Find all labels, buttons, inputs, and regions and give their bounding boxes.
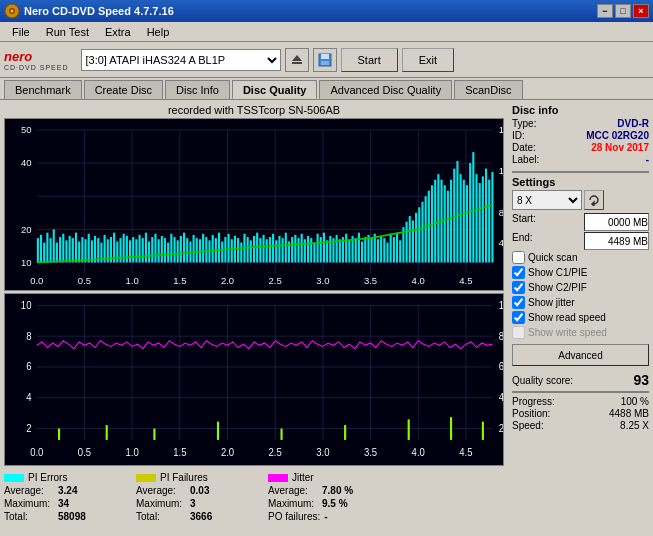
eject-button[interactable] [285,48,309,72]
tab-benchmark[interactable]: Benchmark [4,80,82,99]
svg-rect-108 [250,240,252,262]
tab-disc-quality[interactable]: Disc Quality [232,80,318,99]
svg-rect-167 [437,174,439,262]
start-button[interactable]: Start [341,48,398,72]
svg-rect-135 [336,235,338,263]
svg-rect-172 [453,169,455,263]
menu-bar: File Run Test Extra Help [0,22,653,42]
menu-extra[interactable]: Extra [97,24,139,40]
pi-failures-max-value: 3 [190,498,230,509]
pi-errors-total-label: Total: [4,511,54,522]
show-read-speed-checkbox[interactable] [512,311,525,324]
pi-errors-total: Total: 58098 [4,511,124,522]
show-jitter-checkbox[interactable] [512,296,525,309]
jitter-legend: Jitter Average: 7.80 % Maximum: 9.5 % PO… [268,472,388,536]
disc-info-label: Disc info [512,104,649,116]
save-button[interactable] [313,48,337,72]
speed-refresh-button[interactable] [584,190,604,210]
minimize-button[interactable]: − [597,4,613,18]
svg-marker-3 [292,55,302,61]
svg-rect-130 [320,237,322,262]
menu-file[interactable]: File [4,24,38,40]
quick-scan-checkbox[interactable] [512,251,525,264]
quality-score-section: Quality score: 93 [512,372,649,388]
tab-disc-info[interactable]: Disc Info [165,80,230,99]
svg-rect-220 [58,429,60,440]
svg-rect-66 [116,241,118,262]
show-c2pif-checkbox[interactable] [512,281,525,294]
svg-text:4.5: 4.5 [459,275,472,286]
svg-rect-223 [217,422,219,440]
end-mb-input[interactable] [584,232,649,250]
svg-rect-41 [37,238,39,262]
pi-failures-total: Total: 3666 [136,511,256,522]
speed-info-row: Speed: 8.25 X [512,420,649,431]
menu-run-test[interactable]: Run Test [38,24,97,40]
svg-rect-222 [153,429,155,440]
start-mb-row: Start: [512,213,649,231]
svg-rect-228 [482,422,484,440]
svg-text:3.0: 3.0 [316,447,330,458]
pi-failures-total-label: Total: [136,511,186,522]
svg-rect-180 [479,183,481,262]
svg-rect-118 [282,238,284,262]
svg-rect-90 [193,235,195,263]
svg-rect-82 [167,243,169,263]
svg-text:12: 12 [499,165,503,176]
pi-failures-legend: PI Failures Average: 0.03 Maximum: 3 Tot… [136,472,256,536]
pi-errors-max-label: Maximum: [4,498,54,509]
tab-create-disc[interactable]: Create Disc [84,80,163,99]
svg-rect-6 [321,54,329,59]
svg-rect-94 [205,237,207,262]
drive-selector[interactable]: [3:0] ATAPI iHAS324 A BL1P [81,49,281,71]
svg-rect-153 [393,237,395,262]
svg-rect-136 [339,239,341,262]
quick-scan-label: Quick scan [528,252,577,263]
pi-failures-avg: Average: 0.03 [136,485,256,496]
exit-button[interactable]: Exit [402,48,454,72]
svg-rect-96 [212,235,214,263]
disc-label-value: - [646,154,649,165]
svg-text:20: 20 [21,223,32,234]
menu-help[interactable]: Help [139,24,178,40]
quick-scan-row: Quick scan [512,251,649,264]
chart-top: 50 40 20 10 16 12 8 4 0.0 0.5 1.0 1.5 2.… [4,118,504,291]
start-mb-input[interactable] [584,213,649,231]
tab-advanced-disc-quality[interactable]: Advanced Disc Quality [319,80,452,99]
svg-rect-133 [329,236,331,262]
settings-section: Settings 8 X Start: End: [512,176,649,366]
svg-rect-129 [317,234,319,263]
show-jitter-label: Show jitter [528,297,575,308]
disc-date-row: Date: 28 Nov 2017 [512,142,649,153]
app-title: Nero CD-DVD Speed 4.7.7.16 [24,5,597,17]
speed-selector[interactable]: 8 X [512,190,582,210]
show-c1pie-checkbox[interactable] [512,266,525,279]
svg-rect-72 [135,239,137,262]
svg-rect-7 [321,61,329,65]
svg-rect-43 [43,243,45,263]
advanced-button[interactable]: Advanced [512,344,649,366]
svg-rect-46 [53,229,55,262]
pi-errors-avg-value: 3.24 [58,485,98,496]
maximize-button[interactable]: □ [615,4,631,18]
svg-rect-114 [269,237,271,262]
svg-text:8: 8 [499,330,503,341]
svg-rect-143 [361,241,363,262]
close-button[interactable]: × [633,4,649,18]
svg-rect-56 [84,239,86,262]
po-failures: PO failures: - [268,511,388,522]
position-row: Position: 4488 MB [512,408,649,419]
jitter-max: Maximum: 9.5 % [268,498,388,509]
progress-value: 100 % [621,396,649,407]
svg-rect-144 [364,237,366,262]
svg-rect-127 [310,238,312,262]
svg-rect-154 [396,233,398,263]
svg-rect-55 [81,237,83,262]
toolbar: nero CD·DVD SPEED [3:0] ATAPI iHAS324 A … [0,42,653,78]
pi-errors-max: Maximum: 34 [4,498,124,509]
pi-failures-total-value: 3666 [190,511,230,522]
show-c1pie-row: Show C1/PIE [512,266,649,279]
tab-scan-disc[interactable]: ScanDisc [454,80,522,99]
title-bar: Nero CD-DVD Speed 4.7.7.16 − □ × [0,0,653,22]
svg-rect-181 [482,176,484,262]
